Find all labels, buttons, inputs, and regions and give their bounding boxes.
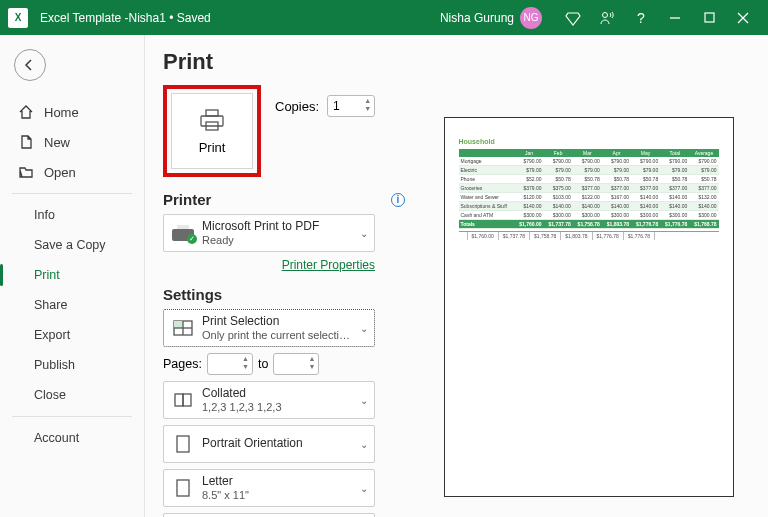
svg-rect-15	[177, 480, 189, 496]
printer-icon	[198, 108, 226, 132]
svg-rect-5	[206, 110, 218, 116]
user-name: Nisha Gurung	[440, 11, 514, 25]
svg-rect-6	[201, 116, 223, 126]
selection-icon	[172, 320, 194, 336]
svg-rect-9	[174, 321, 183, 328]
pages-label: Pages:	[163, 357, 202, 371]
settings-heading: Settings	[163, 286, 222, 303]
nav-save-copy[interactable]: Save a Copy	[0, 230, 144, 260]
nav-export[interactable]: Export	[0, 320, 144, 350]
copies-label: Copies:	[275, 99, 319, 114]
chevron-down-icon: ⌄	[360, 228, 368, 239]
preview-table: JanFebMarAprMayTotalAverage Mortgage$790…	[459, 149, 719, 229]
preview-footer-row: $1,760.00$1,737.78$1,758.78$1,803.78$1,7…	[459, 231, 719, 240]
back-button[interactable]	[14, 49, 46, 81]
preview-page: Household JanFebMarAprMayTotalAverage Mo…	[444, 117, 734, 497]
printer-info-icon[interactable]: i	[391, 193, 405, 207]
print-button-label: Print	[199, 140, 226, 155]
nav-publish[interactable]: Publish	[0, 350, 144, 380]
diamond-icon[interactable]	[556, 0, 590, 35]
printer-properties-link[interactable]: Printer Properties	[163, 258, 375, 272]
chevron-down-icon: ⌄	[360, 395, 368, 406]
maximize-icon[interactable]	[692, 0, 726, 35]
nav-info[interactable]: Info	[0, 200, 144, 230]
nav-close[interactable]: Close	[0, 380, 144, 410]
print-preview: Household JanFebMarAprMayTotalAverage Mo…	[433, 49, 768, 517]
print-button-highlight: Print	[163, 85, 261, 177]
pages-to-input[interactable]: ▲▼	[273, 353, 319, 375]
nav-separator	[12, 193, 132, 194]
pages-from-input[interactable]: ▲▼	[207, 353, 253, 375]
chevron-down-icon: ⌄	[360, 439, 368, 450]
title-bar: X Excel Template -Nisha1 • Saved Nisha G…	[0, 0, 768, 35]
excel-app-icon: X	[8, 8, 28, 28]
help-icon[interactable]: ?	[624, 0, 658, 35]
nav-account[interactable]: Account	[0, 423, 144, 453]
collate-dropdown[interactable]: Collated1,2,3 1,2,3 1,2,3 ⌄	[163, 381, 375, 419]
chevron-down-icon: ⌄	[360, 483, 368, 494]
orientation-dropdown[interactable]: Portrait Orientation ⌄	[163, 425, 375, 463]
minimize-icon[interactable]	[658, 0, 692, 35]
nav-new[interactable]: New	[0, 127, 144, 157]
nav-home[interactable]: Home	[0, 97, 144, 127]
page-title: Print	[163, 49, 433, 75]
nav-share[interactable]: Share	[0, 290, 144, 320]
chevron-down-icon: ⌄	[360, 323, 368, 334]
paper-icon	[172, 479, 194, 497]
print-panel: Print Print Copies: 1 ▲▼ Print	[145, 35, 768, 517]
svg-rect-13	[183, 394, 191, 406]
svg-rect-12	[175, 394, 183, 406]
nav-open-label: Open	[44, 165, 76, 180]
pages-to-label: to	[258, 357, 268, 371]
nav-open[interactable]: Open	[0, 157, 144, 187]
copies-input[interactable]: 1 ▲▼	[327, 95, 375, 117]
preview-sheet-title: Household	[459, 138, 719, 145]
user-avatar[interactable]: NG	[520, 7, 542, 29]
collate-icon	[172, 392, 194, 408]
paper-size-dropdown[interactable]: Letter8.5" x 11" ⌄	[163, 469, 375, 507]
svg-rect-14	[177, 436, 189, 452]
person-voice-icon[interactable]	[590, 0, 624, 35]
print-scope-dropdown[interactable]: Print Selection Only print the current s…	[163, 309, 375, 347]
spinner-icon[interactable]: ▲▼	[364, 97, 371, 113]
svg-point-0	[603, 12, 608, 17]
print-button[interactable]: Print	[171, 93, 253, 169]
nav-print[interactable]: Print	[0, 260, 144, 290]
document-title: Excel Template -Nisha1 • Saved	[40, 11, 211, 25]
backstage-sidebar: Home New Open Info Save a Copy Print Sha…	[0, 35, 145, 517]
nav-home-label: Home	[44, 105, 79, 120]
close-icon[interactable]	[726, 0, 760, 35]
printer-dropdown[interactable]: ✓ Microsoft Print to PDF Ready ⌄	[163, 214, 375, 252]
printer-heading: Printer	[163, 191, 211, 208]
printer-status-icon: ✓	[172, 225, 194, 241]
portrait-icon	[172, 435, 194, 453]
nav-new-label: New	[44, 135, 70, 150]
nav-separator-2	[12, 416, 132, 417]
svg-rect-2	[705, 13, 714, 22]
margins-dropdown[interactable]: Normal MarginsTop: 0.75" Bottom: 0.75" L…	[163, 513, 375, 517]
